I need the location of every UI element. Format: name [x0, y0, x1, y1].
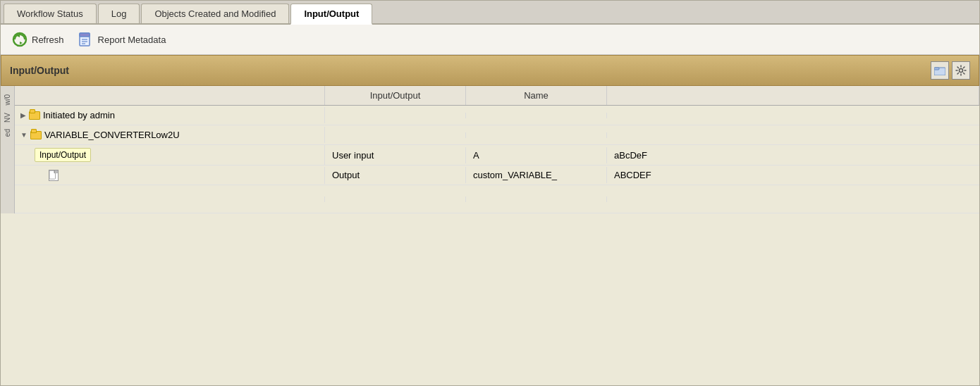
side-label-nv: NV	[2, 111, 13, 124]
output-io: Output	[325, 167, 466, 183]
tab-input-output[interactable]: Input/Output	[290, 4, 372, 25]
io-badge: Input/Output	[35, 148, 91, 162]
main-content: Input/Output Name ▶ Initiated by admin	[15, 86, 979, 213]
output-extra: ABCDEF	[607, 167, 979, 183]
report-metadata-button[interactable]: Report Metadata	[78, 32, 166, 47]
variable-label: VARIABLE_CONVERTERLow2U	[44, 130, 180, 140]
toolbar: Refresh Report Metadata	[1, 25, 979, 55]
table-row: ▼ VARIABLE_CONVERTERLow2U	[15, 125, 979, 145]
tab-log[interactable]: Log	[98, 4, 140, 23]
document-icon	[49, 170, 59, 181]
refresh-label: Refresh	[32, 35, 64, 45]
section-header-icons	[931, 61, 970, 80]
empty-cell2	[325, 197, 466, 202]
userinput-io: User input	[325, 147, 466, 163]
variable-extra	[607, 132, 979, 138]
folder-view-button[interactable]	[931, 61, 949, 80]
table-row: Output custom_VARIABLE_ ABCDEF	[15, 166, 979, 185]
variable-io	[325, 132, 466, 138]
section-header: Input/Output	[1, 55, 979, 86]
tree-cell-doc	[15, 167, 325, 184]
content-area: w/0 NV ed Input/Output Name ▶ Initi	[1, 86, 979, 213]
tab-workflow-status[interactable]: Workflow Status	[4, 4, 97, 23]
col-header-extra	[607, 86, 979, 105]
side-label-ed: ed	[2, 127, 13, 138]
initiated-io	[325, 113, 466, 118]
side-label-w: w/0	[2, 93, 13, 107]
tree-cell-badge: Input/Output	[15, 145, 325, 165]
table-body: ▶ Initiated by admin ▼ VARIABLE_CONVERTE…	[15, 106, 979, 213]
tab-bar: Workflow Status Log Objects Created and …	[1, 1, 979, 25]
refresh-button[interactable]: Refresh	[12, 32, 64, 47]
settings-button[interactable]	[952, 61, 970, 80]
refresh-icon	[12, 32, 27, 47]
tree-cell-variable[interactable]: ▼ VARIABLE_CONVERTERLow2U	[15, 127, 325, 143]
userinput-name: A	[466, 147, 607, 163]
svg-rect-10	[56, 170, 58, 173]
variable-name	[466, 132, 607, 138]
svg-rect-7	[934, 68, 939, 70]
empty-cell4	[607, 197, 979, 202]
tree-cell-initiated[interactable]: ▶ Initiated by admin	[15, 107, 325, 123]
tab-objects-created[interactable]: Objects Created and Modified	[141, 4, 289, 23]
empty-cell3	[466, 197, 607, 202]
initiated-extra	[607, 113, 979, 118]
output-name: custom_VARIABLE_	[466, 167, 607, 183]
col-header-tree	[15, 86, 325, 105]
toggle-arrow-variable[interactable]: ▼	[20, 131, 27, 139]
table-row: ▶ Initiated by admin	[15, 106, 979, 125]
svg-rect-2	[80, 33, 90, 37]
table-row-empty	[15, 185, 979, 213]
initiated-name	[466, 113, 607, 118]
folder-icon-variable	[30, 131, 42, 139]
userinput-extra: aBcDeF	[607, 147, 979, 163]
report-metadata-label: Report Metadata	[98, 35, 166, 45]
col-header-name: Name	[466, 86, 607, 105]
folder-icon-initiated	[29, 111, 40, 120]
main-container: Workflow Status Log Objects Created and …	[0, 0, 980, 386]
svg-rect-9	[49, 170, 56, 179]
table-row: Input/Output User input A aBcDeF	[15, 145, 979, 166]
toggle-arrow-initiated[interactable]: ▶	[20, 111, 26, 119]
svg-point-8	[960, 69, 963, 73]
table-header: Input/Output Name	[15, 86, 979, 106]
side-panel: w/0 NV ed	[1, 86, 15, 213]
col-header-io: Input/Output	[325, 86, 466, 105]
initiated-label: Initiated by admin	[43, 110, 115, 120]
section-title: Input/Output	[10, 65, 69, 76]
empty-cell	[15, 197, 325, 202]
report-metadata-icon	[78, 32, 94, 47]
